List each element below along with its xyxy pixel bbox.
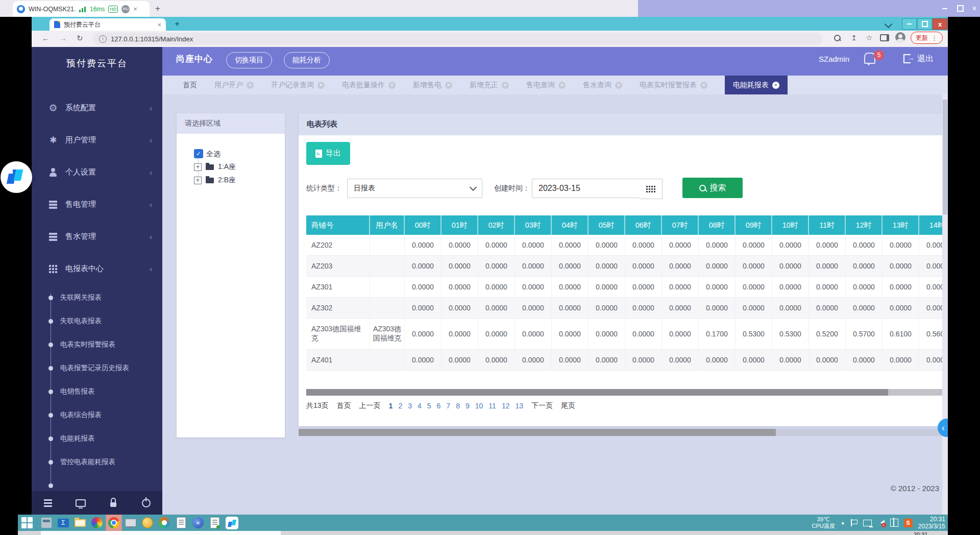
share-icon[interactable] — [849, 33, 859, 42]
tree-node-a[interactable]: 1:A座 — [194, 162, 236, 172]
host-minimize-button[interactable] — [938, 4, 951, 13]
tab-close-icon[interactable] — [247, 82, 254, 89]
page-link[interactable]: 10 — [475, 402, 483, 410]
reload-button[interactable] — [77, 34, 83, 43]
page-link[interactable]: 1 — [389, 402, 393, 410]
sidebar-submenu-item[interactable]: 电表综合报表 — [32, 403, 162, 427]
zoom-icon[interactable] — [833, 33, 842, 42]
profile-avatar[interactable] — [895, 32, 905, 42]
sidebar-submenu-item[interactable]: 电表实时报警报表 — [32, 333, 162, 356]
sogou-ime-icon[interactable]: S — [904, 519, 913, 527]
volume-muted-icon[interactable] — [877, 520, 885, 526]
content-horizontal-scrollbar[interactable] — [299, 429, 943, 436]
page-link[interactable]: 3 — [408, 402, 412, 410]
close-session-icon[interactable] — [133, 6, 137, 12]
browser-tab-close-icon[interactable] — [157, 21, 161, 28]
nav-tab-item[interactable]: 电表实时报警报表 — [640, 81, 707, 90]
logout-icon[interactable] — [903, 54, 911, 63]
server-manager-icon[interactable] — [39, 515, 54, 530]
tree-node-label[interactable]: 2:B座 — [218, 176, 236, 185]
page-link[interactable]: 7 — [446, 402, 450, 410]
export-button[interactable]: 导出 — [306, 142, 350, 165]
back-button[interactable] — [42, 34, 50, 42]
tab-close-icon[interactable] — [772, 82, 779, 89]
page-link[interactable]: 6 — [437, 402, 441, 410]
nav-tab-item[interactable]: 首页 — [183, 81, 197, 90]
tab-close-icon[interactable] — [388, 82, 396, 89]
nav-tab-item[interactable]: 售电查询 — [526, 81, 566, 90]
host-maximize-button[interactable] — [953, 4, 967, 13]
tab-close-icon[interactable] — [558, 82, 566, 89]
cpu-temp-widget[interactable]: 39℃ CPU温度 — [812, 516, 835, 529]
sidebar-submenu-item[interactable]: 失联电表报表 — [32, 309, 162, 333]
tab-close-icon[interactable] — [615, 82, 622, 89]
start-button[interactable] — [20, 516, 34, 529]
stat-type-select[interactable]: 日报表 — [347, 179, 482, 198]
tab-close-icon[interactable] — [502, 82, 509, 89]
network-icon[interactable] — [863, 520, 872, 526]
monitor-icon[interactable] — [75, 497, 86, 508]
site-info-icon[interactable] — [99, 35, 107, 43]
file-explorer-icon[interactable] — [72, 515, 88, 530]
notepad-icon[interactable] — [174, 515, 189, 530]
last-page-link[interactable]: 尾页 — [561, 401, 575, 410]
page-link[interactable]: 11 — [488, 402, 496, 410]
hamburger-icon[interactable] — [42, 497, 54, 508]
notification-badge[interactable]: 5 — [874, 50, 884, 60]
browser-restore-button[interactable] — [917, 18, 932, 30]
page-link[interactable]: 4 — [418, 402, 422, 410]
app-swirl-icon[interactable] — [157, 515, 172, 530]
action-center-flag-icon[interactable] — [851, 519, 857, 526]
browser-new-tab-button[interactable] — [175, 19, 180, 29]
sidebar-submenu-item[interactable]: 电销售报表 — [32, 380, 162, 403]
scrollbar-thumb[interactable] — [299, 429, 776, 436]
nav-tab-item[interactable]: 新增售电 — [413, 81, 452, 90]
address-bar[interactable]: 127.0.0.1:10315/Main/Index — [93, 33, 823, 45]
page-link[interactable]: 12 — [502, 402, 510, 410]
sidebar-item[interactable]: 系统配置 — [32, 92, 162, 124]
page-link[interactable]: 2 — [398, 402, 402, 410]
page-vertical-scrollbar[interactable] — [942, 94, 948, 515]
sidebar-item[interactable]: 售水管理 — [32, 221, 162, 253]
next-page-link[interactable]: 下一页 — [531, 401, 553, 410]
lock-icon[interactable] — [108, 497, 119, 508]
prev-page-link[interactable]: 上一页 — [359, 401, 381, 410]
bookmark-star-icon[interactable] — [865, 33, 874, 42]
expand-plus-icon[interactable] — [194, 163, 202, 171]
sidebar-item[interactable]: 售电管理 — [32, 188, 162, 221]
nav-tab-active[interactable]: 电能耗报表 — [725, 76, 788, 94]
taskbar-clock[interactable]: 20:31 2023/3/15 — [918, 516, 945, 530]
select-all-checkbox[interactable] — [194, 149, 203, 158]
sidebar-item[interactable]: 个人设置 — [32, 156, 162, 188]
scrollbar-thumb[interactable] — [306, 389, 888, 396]
text-editor-icon[interactable] — [207, 515, 223, 530]
tree-node-label[interactable]: 1:A座 — [218, 162, 236, 172]
page-link[interactable]: 8 — [456, 402, 460, 410]
host-new-tab-button[interactable] — [155, 4, 160, 14]
sidebar-submenu-item[interactable]: 电能耗报表 — [32, 427, 162, 450]
tab-close-icon[interactable] — [445, 82, 452, 89]
remote-monitor-icon[interactable] — [123, 515, 138, 530]
nav-tab-item[interactable]: 新增充正 — [470, 81, 509, 90]
calendar-button[interactable] — [640, 179, 663, 199]
energy-analysis-button[interactable]: 能耗分析 — [284, 52, 330, 68]
chrome-icon[interactable] — [106, 515, 121, 530]
forward-button[interactable] — [59, 34, 67, 42]
tree-node-b[interactable]: 2:B座 — [194, 176, 236, 185]
table-horizontal-scrollbar[interactable] — [306, 389, 942, 396]
select-all-label[interactable]: 全选 — [206, 150, 220, 159]
nav-tab-item[interactable]: 售水查询 — [583, 81, 622, 90]
host-close-button[interactable] — [968, 4, 980, 13]
create-time-input[interactable] — [532, 179, 640, 198]
nav-tab-item[interactable]: 开户记录查询 — [271, 81, 325, 90]
nav-tab-item[interactable]: 电表批量操作 — [342, 81, 396, 90]
tab-close-icon[interactable] — [700, 82, 707, 89]
sidebar-submenu-item[interactable]: 管控电表能耗报表 — [32, 450, 162, 474]
media-swirl-icon[interactable] — [89, 515, 105, 530]
browser-minimize-button[interactable] — [902, 18, 917, 30]
todesk-icon[interactable] — [224, 515, 239, 530]
sidebar-item[interactable]: 电报表中心 — [32, 253, 162, 285]
page-link[interactable]: 5 — [427, 402, 431, 410]
admin-tools-icon[interactable] — [190, 515, 206, 530]
host-session-tab[interactable]: WIN-OQMSK21... 16ms HD RU — [13, 1, 150, 17]
